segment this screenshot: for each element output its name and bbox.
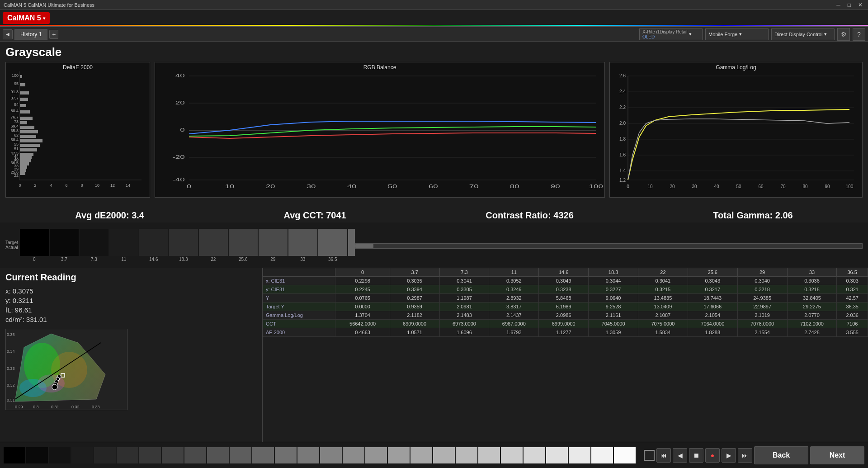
display-dropdown[interactable]: Direct Display Control ▾ (771, 28, 835, 40)
bottom-swatch-item[interactable] (433, 447, 455, 463)
svg-text:14: 14 (126, 183, 130, 188)
rainbow-bar (0, 25, 868, 26)
svg-text:0: 0 (187, 184, 191, 189)
svg-text:90: 90 (551, 184, 560, 189)
swatch-item[interactable]: 33 (288, 229, 317, 262)
stats-row: Avg dE2000: 3.4 Avg CCT: 7041 Contrast R… (5, 210, 863, 221)
svg-rect-40 (20, 159, 31, 162)
reading-panel: Current Reading x: 0.3075 y: 0.3211 fL: … (0, 268, 262, 442)
calman-logo[interactable]: CalMAN 5 ▾ (3, 12, 50, 24)
svg-text:91.3: 91.3 (10, 90, 19, 94)
bottom-swatch-item[interactable] (117, 447, 138, 463)
svg-text:51: 51 (14, 147, 19, 151)
meter-dropdown[interactable]: X-Rite i1Display Retail OLED ▾ (639, 28, 703, 40)
cie-svg: 0.29 0.3 0.31 0.32 0.33 0.35 0.34 0.33 0… (6, 329, 128, 411)
workflow-name: Mobile Forge (708, 32, 737, 37)
swatch-item[interactable]: 22 (199, 229, 228, 262)
svg-text:70: 70 (469, 184, 479, 189)
svg-text:58.4: 58.4 (10, 137, 19, 142)
rewind-btn[interactable]: ⏮ (656, 448, 671, 463)
close-btn[interactable]: ✕ (856, 2, 864, 8)
forward-btn[interactable]: ▶ (722, 448, 736, 463)
record-btn[interactable]: ● (705, 448, 720, 463)
prev-btn[interactable]: ◀ (673, 448, 687, 463)
avg-de-stat: Avg dE2000: 3.4 (75, 210, 144, 221)
back-button[interactable]: Back (754, 446, 808, 464)
svg-text:0.31: 0.31 (7, 398, 15, 402)
bottom-swatch-item[interactable] (252, 447, 274, 463)
help-btn[interactable]: ? (853, 28, 865, 41)
reading-fl: fL: 96.61 (5, 306, 256, 314)
bottom-swatch-item[interactable] (26, 447, 48, 463)
bottom-swatch-item[interactable] (139, 447, 161, 463)
swatch-item[interactable]: 36.5 (318, 229, 347, 262)
bottom-swatch-item[interactable] (591, 447, 613, 463)
table-row: y: CIE310.22450.33940.33050.32490.32380.… (263, 285, 868, 294)
swatch-item[interactable]: 0 (20, 229, 49, 262)
bottom-swatch-item[interactable] (162, 447, 184, 463)
swatch-item[interactable]: 18.3 (169, 229, 198, 262)
bottom-swatch-item[interactable] (230, 447, 251, 463)
swatch-scrollbar[interactable] (355, 243, 863, 249)
svg-point-116 (52, 384, 57, 390)
bottom-swatch-item[interactable] (343, 447, 364, 463)
bottom-swatch-item[interactable] (71, 447, 93, 463)
title-bar: CalMAN 5 CalMAN Ultimate for Business ─ … (0, 0, 868, 10)
svg-text:60: 60 (429, 184, 438, 189)
bottom-swatch-item[interactable] (410, 447, 432, 463)
swatches-section: Target Actual 0 3.7 7.3 11 (0, 222, 868, 268)
bottom-swatch-item[interactable] (388, 447, 410, 463)
tab-bar-right: X-Rite i1Display Retail OLED ▾ Mobile Fo… (639, 28, 865, 41)
bottom-swatch-item[interactable] (4, 447, 25, 463)
swatch-item[interactable]: 11 (109, 229, 138, 262)
svg-text:1.2: 1.2 (619, 178, 626, 183)
svg-text:40: 40 (175, 73, 185, 78)
next-button[interactable]: Next (810, 446, 864, 464)
table-row: x: CIE310.22980.30350.30410.30520.30490.… (263, 277, 868, 285)
bottom-swatch-item[interactable] (49, 447, 71, 463)
stop-btn[interactable]: ⏹ (689, 448, 703, 463)
bottom-swatch-item[interactable] (320, 447, 342, 463)
swatch-item[interactable]: 14.6 (139, 229, 168, 262)
bottom-swatch-item[interactable] (478, 447, 500, 463)
data-table-section[interactable]: 03.77.31114.618.32225.6293336.5 x: CIE31… (262, 268, 868, 442)
bottom-swatch-item[interactable] (501, 447, 523, 463)
bottom-swatch-item[interactable] (297, 447, 319, 463)
tab-add-btn[interactable]: + (49, 30, 58, 39)
bottom-toolbar-right: ⏮ ◀ ⏹ ● ▶ ⏭ Back Next (644, 446, 864, 464)
svg-text:40: 40 (347, 184, 357, 189)
minimize-btn[interactable]: ─ (835, 2, 842, 8)
maximize-btn[interactable]: □ (846, 2, 853, 8)
deltae-chart: DeltaE 2000 100 95 91.3 87.7 84 80.4 76.… (5, 62, 150, 198)
swatch-item[interactable]: 7.3 (80, 229, 108, 262)
bottom-swatch-item[interactable] (569, 447, 590, 463)
fast-forward-btn[interactable]: ⏭ (738, 448, 752, 463)
svg-text:69.4: 69.4 (10, 124, 19, 128)
bottom-swatch-item[interactable] (184, 447, 206, 463)
bottom-swatch-item[interactable] (94, 447, 116, 463)
svg-rect-30 (20, 117, 33, 120)
swatch-item[interactable]: 40 (348, 229, 355, 262)
main-content: Grayscale DeltaE 2000 100 95 91.3 87.7 8… (0, 42, 868, 468)
workflow-arrow: ▾ (739, 31, 742, 37)
bottom-swatch-item[interactable] (207, 447, 229, 463)
swatch-item[interactable]: 3.7 (50, 229, 79, 262)
bottom-swatch-item[interactable] (275, 447, 297, 463)
bottom-swatch-item[interactable] (456, 447, 477, 463)
bottom-swatch-item[interactable] (524, 447, 545, 463)
svg-text:0.34: 0.34 (7, 349, 15, 354)
swatch-item[interactable]: 25.6 (229, 229, 258, 262)
bottom-swatch-item[interactable] (365, 447, 387, 463)
tab-history-1[interactable]: History 1 (14, 29, 47, 40)
tab-nav-prev[interactable]: ◀ (3, 29, 13, 39)
bottom-swatch-item[interactable] (546, 447, 568, 463)
settings-btn[interactable]: ⚙ (837, 28, 850, 41)
workflow-dropdown[interactable]: Mobile Forge ▾ (705, 28, 769, 40)
swatch-item[interactable]: 29 (259, 229, 288, 262)
gamma-svg: 2.6 2.4 2.2 2.0 1.8 1.6 1.4 1.2 0 10 20 … (610, 71, 859, 194)
svg-text:2.4: 2.4 (619, 89, 626, 94)
bottom-swatch-item[interactable] (614, 447, 636, 463)
svg-text:0: 0 (180, 128, 184, 132)
svg-rect-38 (20, 153, 33, 156)
rgb-svg: 40 20 0 -20 -40 0 10 20 30 40 50 60 70 8… (155, 71, 604, 194)
